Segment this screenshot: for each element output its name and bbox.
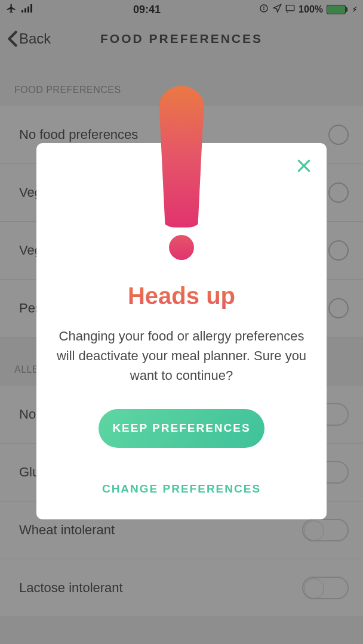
modal-title: Heads up — [51, 283, 312, 309]
modal-overlay[interactable]: Heads up Changing your food or allergy p… — [0, 0, 363, 644]
exclamation-icon — [158, 86, 205, 260]
keep-preferences-button[interactable]: KEEP PREFERENCES — [99, 409, 264, 448]
modal: Heads up Changing your food or allergy p… — [36, 143, 327, 519]
change-preferences-button[interactable]: CHANGE PREFERENCES — [51, 482, 312, 496]
modal-body: Changing your food or allergy preference… — [51, 326, 312, 385]
close-icon[interactable] — [294, 156, 313, 175]
